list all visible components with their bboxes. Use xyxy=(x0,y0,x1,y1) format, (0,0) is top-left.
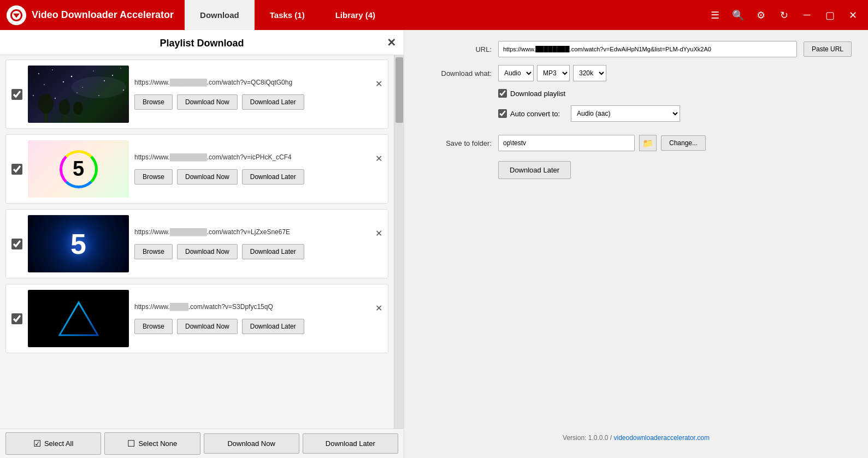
menu-icon[interactable]: ☰ xyxy=(707,9,723,21)
panel-header: Playlist Download ✕ xyxy=(0,30,404,55)
item-3-remove-icon[interactable]: ✕ xyxy=(375,228,382,239)
version-text: Version: 1.0.0.0 xyxy=(563,434,608,442)
bottom-download-now-button[interactable]: Download Now xyxy=(204,433,299,454)
item-1-remove-icon[interactable]: ✕ xyxy=(375,79,382,89)
select-none-checkbox-icon: ☐ xyxy=(127,438,135,449)
item-3-download-later-button[interactable]: Download Later xyxy=(242,244,304,259)
playlist-title: Playlist Download xyxy=(160,38,244,49)
titlebar-controls: ☰ 🔍 ⚙ ↻ ─ ▢ ✕ xyxy=(707,9,868,21)
auto-convert-row: Auto convert to: Audio (aac) iOS All Dev… xyxy=(421,105,852,122)
select-none-button[interactable]: ☐ Select None xyxy=(104,432,200,455)
url-input[interactable] xyxy=(498,41,797,57)
refresh-icon[interactable]: ↻ xyxy=(776,9,792,21)
svg-point-20 xyxy=(73,102,83,115)
item-4-url-row: https://www.████.com/watch?v=S3Dpfyc15qQ… xyxy=(134,303,382,313)
tab-download[interactable]: Download xyxy=(185,0,255,30)
playlist-item: https://www.████.com/watch?v=S3Dpfyc15qQ… xyxy=(5,284,388,353)
item-1-checkbox[interactable] xyxy=(11,89,22,100)
paste-url-button[interactable]: Paste URL xyxy=(804,41,852,57)
auto-convert-label: Auto convert to: xyxy=(510,110,560,118)
folder-browse-icon[interactable]: 📁 xyxy=(639,135,657,151)
scrollbar[interactable] xyxy=(394,55,404,429)
item-2-browse-button[interactable]: Browse xyxy=(134,169,173,185)
item-3-browse-button[interactable]: Browse xyxy=(134,244,173,259)
item-4-actions: Browse Download Now Download Later xyxy=(134,319,382,334)
item-4-thumbnail xyxy=(28,290,129,347)
maximize-icon[interactable]: ▢ xyxy=(822,9,837,21)
url-row: URL: Paste URL xyxy=(421,41,852,57)
bottom-bar: ☑ Select All ☐ Select None Download Now … xyxy=(0,429,404,458)
auto-convert-checkbox-row: Auto convert to: xyxy=(498,109,560,118)
item-4-download-now-button[interactable]: Download Now xyxy=(177,319,238,334)
svg-point-5 xyxy=(120,68,121,68)
download-playlist-checkbox-row: Download playlist xyxy=(498,89,565,98)
item-4-content: https://www.████.com/watch?v=S3Dpfyc15qQ… xyxy=(134,303,382,334)
close-icon[interactable]: ✕ xyxy=(845,9,860,21)
download-what-selects: Audio Video MP3 AAC WAV 320k 256k 192k 1… xyxy=(498,65,606,81)
item-3-download-now-button[interactable]: Download Now xyxy=(177,244,238,259)
download-type-select[interactable]: Audio Video xyxy=(498,65,534,81)
svg-point-21 xyxy=(72,76,126,98)
download-later-row: Download Later xyxy=(421,161,852,179)
playlist-item: https://www.████████.com/watch?v=QC8iQqt… xyxy=(5,60,388,129)
item-2-content: https://www.████████.com/watch?v=icPHcK_… xyxy=(134,153,382,185)
quality-select[interactable]: 320k 256k 192k 128k xyxy=(573,65,606,81)
tab-library[interactable]: Library (4) xyxy=(320,0,391,30)
main-layout: Playlist Download ✕ xyxy=(0,30,868,458)
playlist-item: 5 https://www.████████.com/watch?v=icPHc… xyxy=(5,134,388,204)
svg-point-7 xyxy=(63,81,64,82)
item-1-url-row: https://www.████████.com/watch?v=QC8iQqt… xyxy=(134,79,382,89)
bottom-download-later-button[interactable]: Download Later xyxy=(303,433,398,454)
url-label: URL: xyxy=(421,45,492,53)
panel-close-icon[interactable]: ✕ xyxy=(387,36,396,49)
item-4-remove-icon[interactable]: ✕ xyxy=(375,303,382,313)
item-4-checkbox[interactable] xyxy=(11,313,22,324)
gear-icon[interactable]: ⚙ xyxy=(753,9,769,21)
item-3-checkbox[interactable] xyxy=(11,239,22,249)
change-button[interactable]: Change... xyxy=(661,135,706,151)
triangle-svg xyxy=(57,300,101,338)
select-all-button[interactable]: ☑ Select All xyxy=(5,432,101,455)
app-logo xyxy=(7,5,26,25)
download-playlist-checkbox[interactable] xyxy=(498,89,507,98)
item-2-thumb-number: 5 xyxy=(60,150,98,188)
item-2-download-now-button[interactable]: Download Now xyxy=(177,169,238,185)
item-1-browse-button[interactable]: Browse xyxy=(134,94,173,110)
svg-point-2 xyxy=(71,76,72,77)
item-2-url: https://www.████████.com/watch?v=icPHcK_… xyxy=(134,153,292,161)
tab-tasks[interactable]: Tasks (1) xyxy=(255,0,320,30)
item-3-url: https://www.████████.com/watch?v=LjZxeSn… xyxy=(134,228,290,236)
auto-convert-checkbox[interactable] xyxy=(498,109,507,118)
right-panel: URL: Paste URL Download what: Audio Vide… xyxy=(404,30,868,458)
titlebar: Video Downloader Accelerator Download Ta… xyxy=(0,0,868,30)
svg-point-3 xyxy=(93,70,94,72)
item-4-browse-button[interactable]: Browse xyxy=(134,319,173,334)
svg-point-0 xyxy=(38,73,39,74)
version-row: Version: 1.0.0.0 / videodownloaderaccele… xyxy=(421,434,852,447)
auto-convert-select[interactable]: Audio (aac) xyxy=(571,105,680,122)
item-2-actions: Browse Download Now Download Later xyxy=(134,169,382,185)
item-2-checkbox[interactable] xyxy=(11,164,22,175)
save-folder-input[interactable] xyxy=(498,135,635,151)
download-later-button[interactable]: Download Later xyxy=(498,161,571,179)
item-3-content: https://www.████████.com/watch?v=LjZxeSn… xyxy=(134,228,382,259)
save-folder-label: Save to folder: xyxy=(421,139,492,147)
item-4-download-later-button[interactable]: Download Later xyxy=(242,319,304,334)
format-select[interactable]: MP3 AAC WAV xyxy=(537,65,570,81)
item-1-download-later-button[interactable]: Download Later xyxy=(242,94,304,110)
item-1-thumbnail xyxy=(28,66,129,123)
version-link[interactable]: videodownloaderaccelerator.com xyxy=(613,434,709,442)
item-2-remove-icon[interactable]: ✕ xyxy=(375,153,382,164)
minimize-icon[interactable]: ─ xyxy=(799,9,814,21)
left-panel: Playlist Download ✕ xyxy=(0,30,404,458)
item-2-url-row: https://www.████████.com/watch?v=icPHcK_… xyxy=(134,153,382,164)
item-2-download-later-button[interactable]: Download Later xyxy=(242,169,304,185)
item-1-download-now-button[interactable]: Download Now xyxy=(177,94,238,110)
search-icon[interactable]: 🔍 xyxy=(730,9,746,21)
download-what-label: Download what: xyxy=(421,69,492,78)
item-3-thumbnail: 5 xyxy=(28,215,129,272)
svg-point-10 xyxy=(33,95,34,96)
nav-tabs: Download Tasks (1) Library (4) xyxy=(185,0,391,30)
item-3-thumb-number: 5 xyxy=(70,228,86,260)
scroll-thumb[interactable] xyxy=(395,57,403,123)
